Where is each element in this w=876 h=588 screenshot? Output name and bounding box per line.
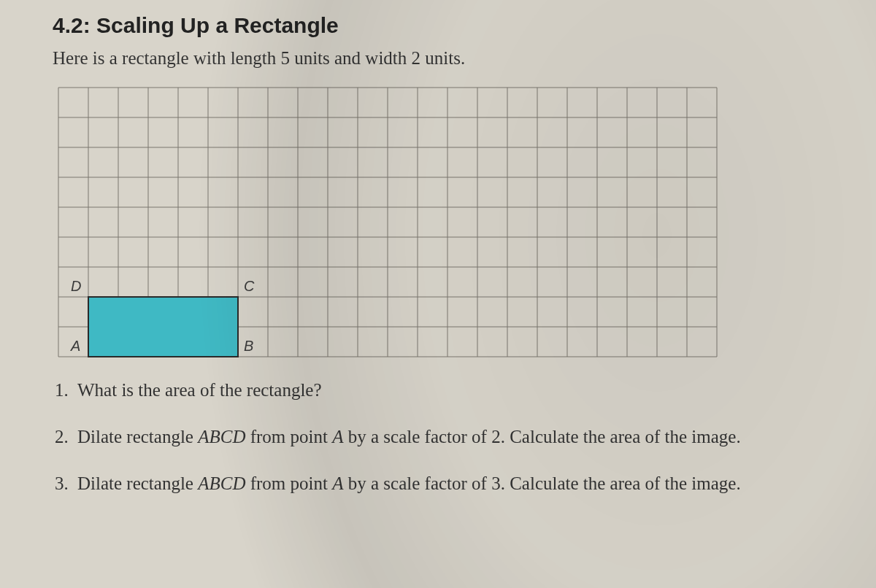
q3-point-a: A bbox=[332, 473, 343, 493]
question-1: What is the area of the rectangle? bbox=[73, 378, 832, 403]
q3-abcd: ABCD bbox=[198, 473, 245, 493]
q2-abcd: ABCD bbox=[198, 427, 245, 446]
vertex-label-d: D bbox=[71, 278, 81, 294]
grid-svg: ABCD bbox=[53, 85, 724, 362]
q2-part-c: from point bbox=[245, 427, 332, 446]
question-2: Dilate rectangle ABCD from point A by a … bbox=[73, 425, 832, 449]
q3-part-a: Dilate rectangle bbox=[77, 473, 198, 493]
q2-part-a: Dilate rectangle bbox=[77, 427, 198, 446]
question-3: Dilate rectangle ABCD from point A by a … bbox=[73, 471, 832, 496]
q3-part-e: by a scale factor of 3. Calculate the ar… bbox=[344, 473, 741, 493]
vertex-label-c: C bbox=[244, 278, 255, 294]
vertex-label-a: A bbox=[70, 338, 80, 354]
intro-text: Here is a rectangle with length 5 units … bbox=[53, 48, 832, 69]
q2-point-a: A bbox=[332, 427, 343, 446]
q3-part-c: from point bbox=[245, 473, 332, 493]
q2-part-e: by a scale factor of 2. Calculate the ar… bbox=[344, 427, 741, 446]
question-list: What is the area of the rectangle? Dilat… bbox=[53, 378, 832, 495]
grid-figure: ABCD bbox=[53, 85, 724, 362]
vertex-label-b: B bbox=[244, 338, 253, 354]
rectangle-abcd bbox=[88, 297, 238, 357]
q1-text: What is the area of the rectangle? bbox=[77, 380, 322, 400]
section-title: 4.2: Scaling Up a Rectangle bbox=[53, 13, 832, 38]
